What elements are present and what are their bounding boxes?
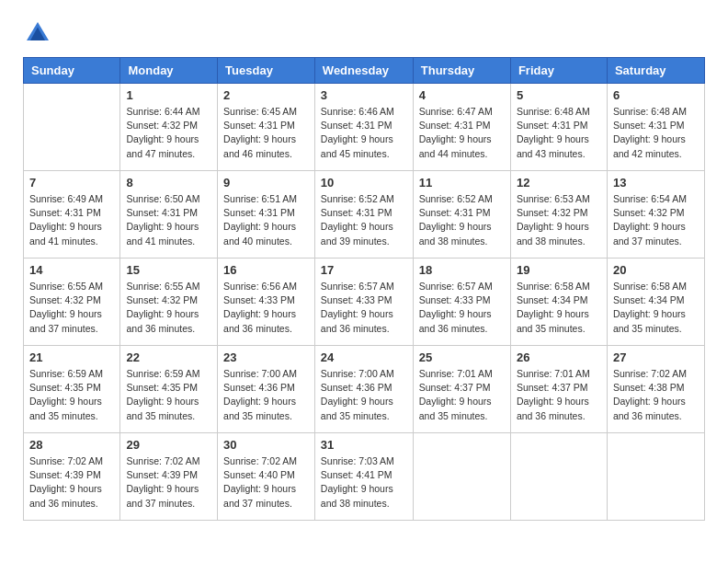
day-number: 9 [223, 176, 309, 190]
day-number: 30 [223, 438, 309, 452]
calendar-cell: 7Sunrise: 6:49 AM Sunset: 4:31 PM Daylig… [24, 171, 120, 259]
cell-info: Sunrise: 6:59 AM Sunset: 4:35 PM Dayligh… [126, 367, 211, 423]
calendar-cell: 17Sunrise: 6:57 AM Sunset: 4:33 PM Dayli… [314, 259, 413, 346]
calendar-cell: 5Sunrise: 6:48 AM Sunset: 4:31 PM Daylig… [510, 84, 607, 171]
calendar-cell: 21Sunrise: 6:59 AM Sunset: 4:35 PM Dayli… [24, 346, 120, 433]
day-number: 23 [223, 350, 309, 364]
calendar-cell: 3Sunrise: 6:46 AM Sunset: 4:31 PM Daylig… [314, 84, 413, 171]
day-number: 28 [29, 438, 114, 452]
cell-info: Sunrise: 7:01 AM Sunset: 4:37 PM Dayligh… [517, 367, 601, 423]
cell-info: Sunrise: 6:57 AM Sunset: 4:33 PM Dayligh… [419, 280, 505, 336]
day-number: 7 [29, 176, 114, 190]
cell-info: Sunrise: 6:52 AM Sunset: 4:31 PM Dayligh… [321, 192, 407, 248]
cell-info: Sunrise: 6:52 AM Sunset: 4:31 PM Dayligh… [419, 192, 505, 248]
cell-info: Sunrise: 7:02 AM Sunset: 4:40 PM Dayligh… [223, 454, 309, 511]
day-number: 31 [321, 438, 407, 452]
day-header-friday: Friday [510, 58, 607, 84]
cell-info: Sunrise: 6:48 AM Sunset: 4:31 PM Dayligh… [517, 105, 601, 161]
day-number: 27 [613, 350, 699, 364]
day-number: 20 [613, 263, 699, 277]
cell-info: Sunrise: 6:45 AM Sunset: 4:31 PM Dayligh… [223, 105, 309, 161]
day-header-monday: Monday [120, 58, 218, 84]
cell-info: Sunrise: 7:02 AM Sunset: 4:39 PM Dayligh… [29, 454, 114, 511]
calendar-cell [607, 433, 704, 521]
week-row-3: 14Sunrise: 6:55 AM Sunset: 4:32 PM Dayli… [24, 259, 705, 346]
calendar-cell: 26Sunrise: 7:01 AM Sunset: 4:37 PM Dayli… [510, 346, 607, 433]
calendar-cell: 19Sunrise: 6:58 AM Sunset: 4:34 PM Dayli… [510, 259, 607, 346]
calendar-cell: 15Sunrise: 6:55 AM Sunset: 4:32 PM Dayli… [120, 259, 218, 346]
calendar-cell [413, 433, 510, 521]
day-number: 3 [321, 88, 407, 102]
cell-info: Sunrise: 7:03 AM Sunset: 4:41 PM Dayligh… [321, 454, 407, 511]
cell-info: Sunrise: 6:55 AM Sunset: 4:32 PM Dayligh… [126, 280, 211, 336]
calendar-cell: 10Sunrise: 6:52 AM Sunset: 4:31 PM Dayli… [314, 171, 413, 259]
day-number: 29 [126, 438, 211, 452]
day-number: 25 [419, 350, 505, 364]
calendar-cell: 18Sunrise: 6:57 AM Sunset: 4:33 PM Dayli… [413, 259, 510, 346]
day-number: 16 [223, 263, 309, 277]
calendar-cell: 25Sunrise: 7:01 AM Sunset: 4:37 PM Dayli… [413, 346, 510, 433]
cell-info: Sunrise: 6:56 AM Sunset: 4:33 PM Dayligh… [223, 280, 309, 336]
cell-info: Sunrise: 6:58 AM Sunset: 4:34 PM Dayligh… [613, 280, 699, 336]
calendar-cell: 4Sunrise: 6:47 AM Sunset: 4:31 PM Daylig… [413, 84, 510, 171]
cell-info: Sunrise: 6:44 AM Sunset: 4:32 PM Dayligh… [126, 105, 211, 161]
day-number: 10 [321, 176, 407, 190]
day-number: 8 [126, 176, 211, 190]
day-number: 11 [419, 176, 505, 190]
calendar-cell: 29Sunrise: 7:02 AM Sunset: 4:39 PM Dayli… [120, 433, 218, 521]
day-number: 6 [613, 88, 699, 102]
day-header-wednesday: Wednesday [314, 58, 413, 84]
cell-info: Sunrise: 7:01 AM Sunset: 4:37 PM Dayligh… [419, 367, 505, 423]
calendar-cell: 28Sunrise: 7:02 AM Sunset: 4:39 PM Dayli… [24, 433, 120, 521]
day-number: 2 [223, 88, 309, 102]
cell-info: Sunrise: 6:53 AM Sunset: 4:32 PM Dayligh… [517, 192, 601, 248]
day-number: 1 [126, 88, 211, 102]
day-number: 21 [29, 350, 114, 364]
day-number: 15 [126, 263, 211, 277]
day-number: 24 [321, 350, 407, 364]
cell-info: Sunrise: 6:57 AM Sunset: 4:33 PM Dayligh… [321, 280, 407, 336]
day-number: 4 [419, 88, 505, 102]
cell-info: Sunrise: 6:50 AM Sunset: 4:31 PM Dayligh… [126, 192, 211, 248]
calendar-cell: 2Sunrise: 6:45 AM Sunset: 4:31 PM Daylig… [218, 84, 315, 171]
cell-info: Sunrise: 6:58 AM Sunset: 4:34 PM Dayligh… [517, 280, 601, 336]
day-number: 26 [517, 350, 601, 364]
calendar-cell: 8Sunrise: 6:50 AM Sunset: 4:31 PM Daylig… [120, 171, 218, 259]
calendar-table: SundayMondayTuesdayWednesdayThursdayFrid… [23, 57, 705, 521]
calendar-cell [510, 433, 607, 521]
calendar-cell: 27Sunrise: 7:02 AM Sunset: 4:38 PM Dayli… [607, 346, 704, 433]
day-number: 17 [321, 263, 407, 277]
calendar-cell: 22Sunrise: 6:59 AM Sunset: 4:35 PM Dayli… [120, 346, 218, 433]
day-number: 19 [517, 263, 601, 277]
day-header-tuesday: Tuesday [218, 58, 315, 84]
calendar-cell: 9Sunrise: 6:51 AM Sunset: 4:31 PM Daylig… [218, 171, 315, 259]
calendar-cell: 1Sunrise: 6:44 AM Sunset: 4:32 PM Daylig… [120, 84, 218, 171]
day-number: 18 [419, 263, 505, 277]
cell-info: Sunrise: 7:00 AM Sunset: 4:36 PM Dayligh… [223, 367, 309, 423]
day-number: 14 [29, 263, 114, 277]
calendar-cell: 31Sunrise: 7:03 AM Sunset: 4:41 PM Dayli… [314, 433, 413, 521]
page-header [23, 18, 705, 48]
cell-info: Sunrise: 6:59 AM Sunset: 4:35 PM Dayligh… [29, 367, 114, 423]
calendar-cell: 30Sunrise: 7:02 AM Sunset: 4:40 PM Dayli… [218, 433, 315, 521]
cell-info: Sunrise: 6:54 AM Sunset: 4:32 PM Dayligh… [613, 192, 699, 248]
cell-info: Sunrise: 6:55 AM Sunset: 4:32 PM Dayligh… [29, 280, 114, 336]
logo-icon [23, 18, 52, 48]
week-row-2: 7Sunrise: 6:49 AM Sunset: 4:31 PM Daylig… [24, 171, 705, 259]
day-header-sunday: Sunday [24, 58, 120, 84]
header-row: SundayMondayTuesdayWednesdayThursdayFrid… [24, 58, 705, 84]
day-header-thursday: Thursday [413, 58, 510, 84]
week-row-4: 21Sunrise: 6:59 AM Sunset: 4:35 PM Dayli… [24, 346, 705, 433]
calendar-cell: 20Sunrise: 6:58 AM Sunset: 4:34 PM Dayli… [607, 259, 704, 346]
calendar-cell [24, 84, 120, 171]
day-number: 12 [517, 176, 601, 190]
logo [23, 18, 56, 48]
cell-info: Sunrise: 6:47 AM Sunset: 4:31 PM Dayligh… [419, 105, 505, 161]
calendar-cell: 23Sunrise: 7:00 AM Sunset: 4:36 PM Dayli… [218, 346, 315, 433]
calendar-cell: 24Sunrise: 7:00 AM Sunset: 4:36 PM Dayli… [314, 346, 413, 433]
cell-info: Sunrise: 7:02 AM Sunset: 4:38 PM Dayligh… [613, 367, 699, 423]
cell-info: Sunrise: 7:02 AM Sunset: 4:39 PM Dayligh… [126, 454, 211, 511]
cell-info: Sunrise: 7:00 AM Sunset: 4:36 PM Dayligh… [321, 367, 407, 423]
calendar-cell: 11Sunrise: 6:52 AM Sunset: 4:31 PM Dayli… [413, 171, 510, 259]
day-number: 5 [517, 88, 601, 102]
